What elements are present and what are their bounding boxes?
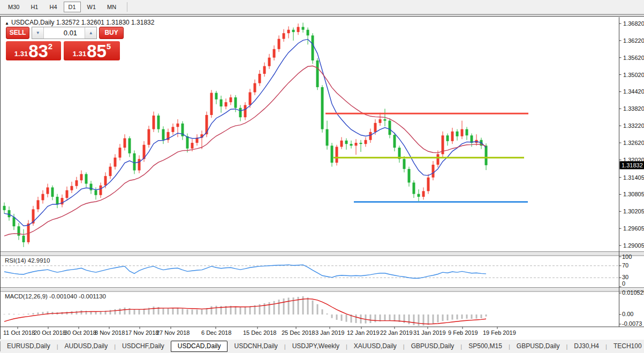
date-label: 25 Dec 2018 bbox=[282, 329, 315, 336]
rsi-axis-label: 70 bbox=[622, 262, 628, 268]
candle-body bbox=[37, 200, 40, 209]
candle-body bbox=[451, 132, 454, 141]
sell-price-panel[interactable]: 1.31 83 2 bbox=[6, 41, 61, 60]
date-label: 22 Jan 2019 bbox=[380, 329, 413, 336]
candle-body bbox=[369, 132, 372, 140]
tab-audusd-daily[interactable]: AUDUSD,Daily bbox=[58, 341, 115, 351]
tab-usdcad-daily[interactable]: USDCAD,Daily bbox=[171, 341, 228, 352]
pane-splitter bbox=[1, 288, 644, 292]
candle-body bbox=[331, 145, 334, 163]
tab-usdchf-daily[interactable]: USDCHF,Daily bbox=[116, 341, 171, 351]
candle-body bbox=[307, 30, 309, 36]
candle-body bbox=[437, 154, 440, 165]
candle-body bbox=[345, 141, 348, 144]
candle-body bbox=[22, 236, 25, 242]
price-axis-label: 1.36220 bbox=[623, 37, 644, 44]
candle-body bbox=[413, 182, 415, 194]
candle-body bbox=[215, 93, 218, 99]
sell-price-big: 83 bbox=[28, 43, 48, 59]
date-label: 6 Dec 2018 bbox=[201, 329, 231, 336]
candle-body bbox=[177, 124, 179, 127]
candle-body bbox=[71, 186, 73, 190]
volume-decrease-button[interactable]: ▼ bbox=[32, 27, 44, 39]
candle-body bbox=[124, 139, 126, 148]
candle-body bbox=[234, 97, 237, 108]
rsi-axis-label: 0 bbox=[622, 280, 625, 287]
date-label: 27 Nov 2018 bbox=[156, 329, 190, 336]
date-label: 17 Nov 2018 bbox=[125, 329, 158, 336]
candle-body bbox=[133, 154, 136, 171]
candle-body bbox=[350, 144, 353, 145]
tab-dj30-h4[interactable]: DJ30,H4 bbox=[567, 341, 605, 351]
tab-gbpusd-daily[interactable]: GBPUSD,Daily bbox=[405, 341, 461, 351]
candle-body bbox=[263, 66, 266, 74]
chart-window: RSI(14) 42.9910MACD(12,26,9) -0.001040 -… bbox=[0, 16, 644, 339]
candle-body bbox=[244, 105, 247, 117]
price-axis-label: 1.32620 bbox=[623, 140, 644, 146]
candle-body bbox=[384, 119, 387, 121]
sell-button[interactable]: SELL bbox=[6, 27, 29, 39]
buy-price-pip: 5 bbox=[107, 42, 111, 51]
volume-increase-button[interactable]: ▲ bbox=[85, 27, 96, 39]
candle-body bbox=[230, 97, 232, 102]
candle-body bbox=[13, 217, 16, 226]
date-label: 9 Feb 2019 bbox=[448, 329, 478, 336]
candle-body bbox=[374, 123, 377, 132]
candle-body bbox=[225, 102, 228, 106]
volume-input[interactable] bbox=[44, 27, 85, 39]
date-label: 15 Dec 2018 bbox=[243, 329, 276, 336]
timeframe-button-h1[interactable]: H1 bbox=[26, 2, 43, 12]
chart-title-text: USDCAD,Daily 1.32572 1.32601 1.31830 1.3… bbox=[11, 19, 155, 26]
tab-xauusd-daily[interactable]: XAUUSD,Daily bbox=[347, 341, 403, 351]
buy-price-big: 85 bbox=[87, 43, 107, 59]
timeframe-button-w1[interactable]: W1 bbox=[82, 2, 101, 12]
price-axis-label: 1.31405 bbox=[623, 174, 644, 181]
timeframe-button-d1[interactable]: D1 bbox=[64, 2, 81, 12]
tab-gbpusd-daily[interactable]: GBPUSD,Daily bbox=[510, 341, 566, 351]
candle-body bbox=[90, 184, 93, 190]
tab-eurusd-daily[interactable]: EURUSD,Daily bbox=[1, 341, 57, 351]
candle-body bbox=[321, 87, 324, 129]
candle-body bbox=[75, 180, 78, 186]
chart-title: ▲USDCAD,Daily 1.32572 1.32601 1.31830 1.… bbox=[5, 19, 154, 26]
tab-usdjpy-weekly[interactable]: USDJPY,Weekly bbox=[286, 341, 346, 351]
price-axis-label: 1.29005 bbox=[623, 242, 644, 249]
candle-body bbox=[85, 174, 88, 183]
date-label: 20 Oct 2018 bbox=[34, 329, 66, 336]
toolbar-separator bbox=[127, 2, 127, 12]
date-label: 3 Jan 2019 bbox=[315, 329, 344, 336]
collapse-triangle-icon[interactable]: ▲ bbox=[5, 21, 9, 26]
candle-body bbox=[153, 116, 155, 129]
candle-body bbox=[326, 129, 329, 146]
candle-body bbox=[427, 178, 430, 191]
buy-price-panel[interactable]: 1.31 85 5 bbox=[64, 41, 120, 60]
tab-usdcnh-daily[interactable]: USDCNH,Daily bbox=[228, 341, 284, 351]
sell-price-prefix: 1.31 bbox=[14, 50, 28, 58]
timeframe-button-m30[interactable]: M30 bbox=[3, 2, 24, 12]
candle-body bbox=[3, 206, 6, 210]
timeframe-button-h4[interactable]: H4 bbox=[44, 2, 62, 12]
volume-stepper: ▼ ▲ bbox=[32, 27, 97, 39]
candle-body bbox=[316, 60, 319, 87]
candle-body bbox=[287, 30, 290, 33]
candle-body bbox=[422, 191, 425, 197]
date-label: 19 Feb 2019 bbox=[483, 329, 516, 336]
tab-tech100[interactable]: TECH100 bbox=[607, 341, 644, 351]
macd-axis-label: 0.00 bbox=[622, 311, 633, 317]
price-axis-label: 1.36820 bbox=[623, 20, 644, 27]
candle-body bbox=[148, 129, 150, 145]
date-label: 30 Oct 2018 bbox=[64, 329, 96, 336]
tab-sp500-m15[interactable]: SP500,M15 bbox=[462, 341, 509, 351]
date-label: 12 Jan 2019 bbox=[347, 329, 380, 336]
candle-body bbox=[162, 129, 165, 140]
timeframe-button-mn[interactable]: MN bbox=[102, 2, 121, 12]
candle-body bbox=[138, 159, 141, 170]
candle-body bbox=[302, 27, 305, 29]
candle-body bbox=[8, 210, 11, 217]
sell-price-pip: 2 bbox=[48, 42, 52, 51]
candle-body bbox=[104, 176, 107, 186]
macd-axis-label: -0.0073 bbox=[622, 320, 642, 327]
timeframe-toolbar: M30H1H4D1W1MN bbox=[0, 0, 644, 15]
price-axis-label: 1.33220 bbox=[623, 122, 644, 129]
buy-button[interactable]: BUY bbox=[99, 27, 124, 39]
